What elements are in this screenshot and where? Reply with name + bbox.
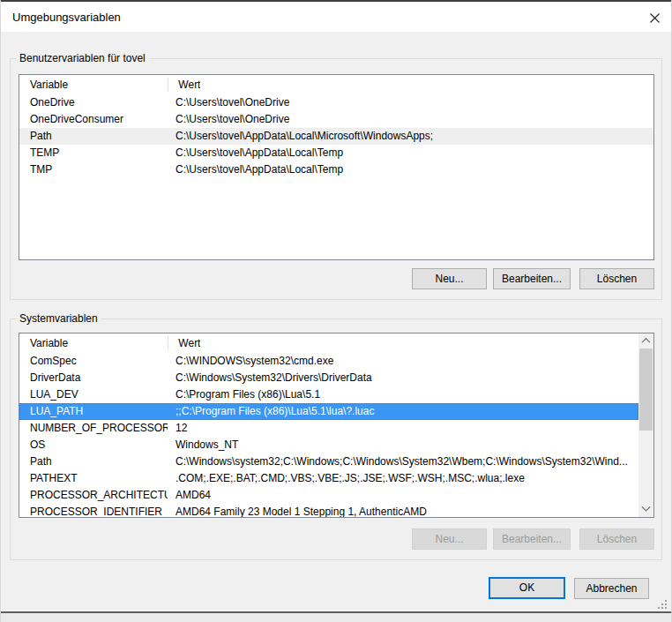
scrollbar-thumb[interactable] bbox=[639, 348, 653, 431]
variable-name-cell: Path bbox=[19, 128, 168, 145]
variable-value-cell: C:\Windows\system32;C:\Windows;C:\Window… bbox=[168, 453, 638, 470]
column-header-variable[interactable]: Variable bbox=[19, 75, 168, 94]
system-delete-button: Löschen bbox=[579, 528, 654, 550]
table-row[interactable]: PathC:\Users\tovel\AppData\Local\Microso… bbox=[19, 128, 653, 145]
table-row[interactable]: OneDriveConsumerC:\Users\tovel\OneDrive bbox=[19, 111, 653, 128]
variable-value-cell: Windows_NT bbox=[168, 437, 638, 453]
variable-value-cell: AMD64 Family 23 Model 1 Stepping 1, Auth… bbox=[168, 504, 638, 518]
variable-value-cell: C:\WINDOWS\system32\cmd.exe bbox=[168, 353, 638, 370]
table-row[interactable]: PROCESSOR_ARCHITECTUREAMD64 bbox=[19, 487, 638, 504]
variable-name-cell: LUA_PATH bbox=[19, 403, 168, 420]
user-variables-group-label: Benutzervariablen für tovel bbox=[16, 52, 149, 64]
scrollbar-down-button[interactable] bbox=[638, 502, 653, 517]
user-new-button[interactable]: Neu... bbox=[412, 268, 487, 289]
chevron-down-icon bbox=[642, 503, 651, 512]
table-row[interactable]: LUA_PATH;;C:\Program Files (x86)\Lua\5.1… bbox=[19, 403, 638, 420]
chevron-up-icon bbox=[642, 338, 651, 347]
close-button[interactable] bbox=[645, 9, 664, 26]
variable-name-cell: PROCESSOR_ARCHITECTURE bbox=[19, 487, 168, 504]
titlebar: Umgebungsvariablen bbox=[1, 0, 671, 32]
column-header-value[interactable]: Wert bbox=[170, 333, 200, 353]
column-header-value[interactable]: Wert bbox=[170, 75, 200, 94]
variable-value-cell: C:\Users\tovel\AppData\Local\Temp bbox=[168, 145, 653, 161]
cancel-button[interactable]: Abbrechen bbox=[574, 578, 649, 599]
ok-button[interactable]: OK bbox=[489, 577, 565, 599]
variable-value-cell: C:\Users\tovel\OneDrive bbox=[168, 111, 653, 128]
system-new-button: Neu... bbox=[412, 528, 487, 550]
variable-name-cell: TEMP bbox=[19, 145, 168, 161]
variable-name-cell: ComSpec bbox=[19, 353, 168, 370]
variable-value-cell: C:\Users\tovel\OneDrive bbox=[168, 94, 653, 111]
table-row[interactable]: NUMBER_OF_PROCESSORS12 bbox=[19, 420, 638, 437]
close-icon bbox=[650, 13, 660, 23]
variable-name-cell: PATHEXT bbox=[19, 470, 168, 487]
column-header-variable[interactable]: Variable bbox=[19, 333, 168, 353]
variable-name-cell: NUMBER_OF_PROCESSORS bbox=[19, 420, 168, 437]
user-variables-rows: OneDriveC:\Users\tovel\OneDriveOneDriveC… bbox=[19, 94, 653, 178]
user-delete-button[interactable]: Löschen bbox=[579, 268, 654, 289]
table-row[interactable]: OneDriveC:\Users\tovel\OneDrive bbox=[19, 94, 653, 111]
environment-variables-dialog: Umgebungsvariablen Benutzervariablen für… bbox=[0, 0, 672, 622]
system-list-header: Variable Wert bbox=[19, 333, 638, 353]
variable-name-cell: OneDrive bbox=[19, 94, 168, 111]
user-list-header: Variable Wert bbox=[19, 75, 653, 94]
variable-value-cell: AMD64 bbox=[168, 487, 638, 504]
variable-name-cell: OneDriveConsumer bbox=[19, 111, 168, 128]
variable-name-cell: Path bbox=[19, 453, 168, 470]
variable-value-cell: C:\Users\tovel\AppData\Local\Temp bbox=[168, 161, 653, 178]
variable-value-cell: C:\Windows\System32\Drivers\DriverData bbox=[168, 370, 638, 386]
variable-value-cell: C:\Program Files (x86)\Lua\5.1 bbox=[168, 386, 638, 403]
scrollbar-up-button[interactable] bbox=[638, 333, 653, 348]
system-variables-list[interactable]: Variable Wert ComSpecC:\WINDOWS\system32… bbox=[19, 333, 654, 518]
variable-name-cell: LUA_DEV bbox=[19, 386, 168, 403]
dialog-title: Umgebungsvariablen bbox=[12, 11, 121, 24]
variable-name-cell: OS bbox=[19, 437, 168, 453]
resize-grip-icon[interactable] bbox=[657, 599, 668, 610]
variable-name-cell: DriverData bbox=[19, 370, 168, 386]
variable-value-cell: C:\Users\tovel\AppData\Local\Microsoft\W… bbox=[168, 128, 653, 145]
variable-name-cell: TMP bbox=[19, 161, 168, 178]
table-row[interactable]: TMPC:\Users\tovel\AppData\Local\Temp bbox=[19, 161, 653, 178]
column-divider[interactable] bbox=[168, 78, 168, 92]
table-row[interactable]: LUA_DEVC:\Program Files (x86)\Lua\5.1 bbox=[19, 386, 638, 403]
variable-name-cell: PROCESSOR_IDENTIFIER bbox=[19, 504, 168, 518]
table-row[interactable]: DriverDataC:\Windows\System32\Drivers\Dr… bbox=[19, 370, 638, 386]
system-edit-button: Bearbeiten... bbox=[493, 528, 571, 550]
table-row[interactable]: ComSpecC:\WINDOWS\system32\cmd.exe bbox=[19, 353, 638, 370]
variable-value-cell: ;;C:\Program Files (x86)\Lua\5.1\lua\?.l… bbox=[168, 403, 638, 420]
system-variables-rows: ComSpecC:\WINDOWS\system32\cmd.exeDriver… bbox=[19, 353, 638, 518]
system-variables-group-label: Systemvariablen bbox=[16, 312, 101, 325]
user-edit-button[interactable]: Bearbeiten... bbox=[493, 268, 571, 289]
column-divider[interactable] bbox=[168, 336, 168, 350]
table-row[interactable]: OSWindows_NT bbox=[19, 437, 638, 453]
table-row[interactable]: TEMPC:\Users\tovel\AppData\Local\Temp bbox=[19, 145, 653, 161]
vertical-scrollbar[interactable] bbox=[638, 333, 653, 517]
table-row[interactable]: PathC:\Windows\system32;C:\Windows;C:\Wi… bbox=[19, 453, 638, 470]
user-variables-list[interactable]: Variable Wert OneDriveC:\Users\tovel\One… bbox=[19, 74, 654, 260]
background-strip bbox=[1, 613, 671, 622]
table-row[interactable]: PATHEXT.COM;.EXE;.BAT;.CMD;.VBS;.VBE;.JS… bbox=[19, 470, 638, 487]
variable-value-cell: .COM;.EXE;.BAT;.CMD;.VBS;.VBE;.JS;.JSE;.… bbox=[168, 470, 638, 487]
variable-value-cell: 12 bbox=[168, 420, 638, 437]
table-row[interactable]: PROCESSOR_IDENTIFIERAMD64 Family 23 Mode… bbox=[19, 504, 638, 518]
